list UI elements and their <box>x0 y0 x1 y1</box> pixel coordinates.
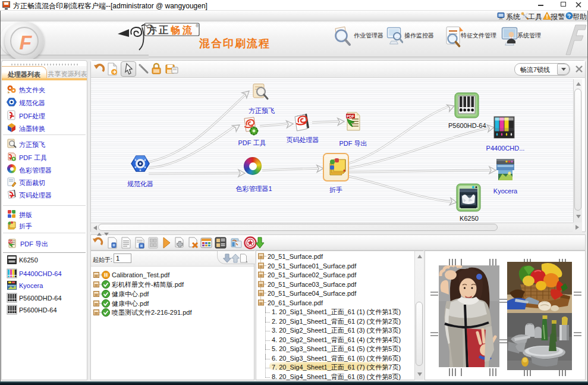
svg-text:20_51_Surface.pdf: 20_51_Surface.pdf <box>268 253 323 260</box>
svg-text:健康中心.pdf: 健康中心.pdf <box>111 300 149 307</box>
svg-text:PDF: PDF <box>8 240 13 243</box>
svg-text:混合印刷流程: 混合印刷流程 <box>199 37 271 49</box>
svg-text:畅流: 畅流 <box>171 24 194 35</box>
svg-text:®: ® <box>196 24 199 28</box>
svg-text:喷墨测试文件2-216-291.pdf: 喷墨测试文件2-216-291.pdf <box>112 309 192 316</box>
svg-text:Calibration_Test.pdf: Calibration_Test.pdf <box>112 271 170 278</box>
svg-text:彩机样册文件-精简版.pdf: 彩机样册文件-精简版.pdf <box>112 281 184 289</box>
svg-text:PDF: PDF <box>347 114 354 118</box>
svg-text:20_61_Surface.pdf: 20_61_Surface.pdf <box>268 299 323 306</box>
svg-text:20_51_Surface04_Surface.pdf: 20_51_Surface04_Surface.pdf <box>268 290 357 297</box>
svg-text:?: ? <box>568 13 571 19</box>
svg-text:健康中心.pdf: 健康中心.pdf <box>111 290 149 298</box>
svg-text:方正: 方正 <box>146 24 171 35</box>
svg-text:20_51_Surface02_Surface.pdf: 20_51_Surface02_Surface.pdf <box>268 271 357 278</box>
svg-text:20_51_Surface01_Surface.pdf: 20_51_Surface01_Surface.pdf <box>268 262 357 269</box>
svg-text:20_51_Surface03_Surface.pdf: 20_51_Surface03_Surface.pdf <box>268 280 357 287</box>
